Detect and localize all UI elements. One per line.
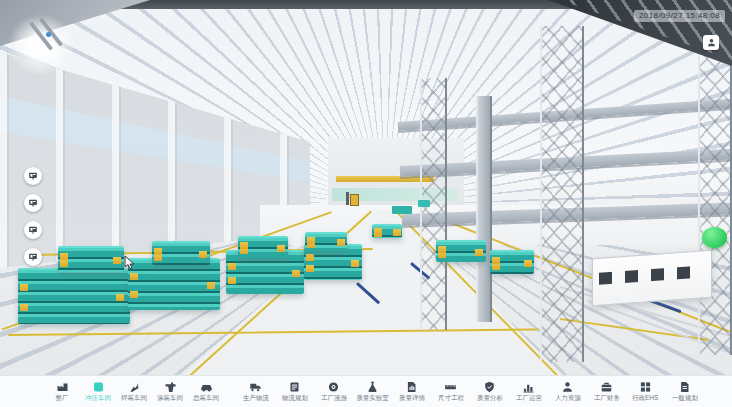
toolbar-item-chart[interactable]: 工厂运营	[509, 381, 548, 402]
clipboard-icon	[288, 381, 301, 393]
user-icon	[707, 38, 716, 47]
forklift-mast	[346, 192, 349, 205]
grid-icon	[639, 381, 652, 393]
die-stack	[128, 258, 220, 310]
scene-3d-view[interactable]	[0, 0, 732, 376]
toolbar-item-label: 涂装车间	[157, 394, 183, 401]
toolbar-item-label: 工厂运营	[516, 394, 542, 401]
toolbar-item-label: 人力资源	[555, 394, 581, 401]
toolbar-item-label: 冲压车间	[85, 394, 111, 401]
truck-icon	[249, 381, 262, 393]
flask-icon	[366, 381, 379, 393]
forklift	[350, 194, 359, 206]
factory-icon	[56, 381, 69, 393]
digital-twin-factory-app: 2018/09/27 15:48:08 整厂 冲压车间 焊装车间 涂装车间 总装…	[0, 0, 732, 407]
toolbar-item-label: 质量分析	[477, 394, 503, 401]
die-stack	[238, 236, 288, 258]
assembly-icon	[200, 381, 213, 393]
toolbar-item-label: 工厂财务	[594, 394, 620, 401]
toolbar-item-label: 质量详情	[399, 394, 425, 401]
toolbar-item-label: 一般规划	[672, 394, 698, 401]
welding-icon	[128, 381, 141, 393]
user-button[interactable]	[703, 35, 719, 50]
toolbar-item-document[interactable]: 一般规划	[665, 381, 704, 402]
toolbar-item-report[interactable]: 质量详情	[392, 381, 431, 402]
bottom-toolbar: 整厂 冲压车间 焊装车间 涂装车间 总装车间 生产物流 物流规划 工厂漫游 质量…	[0, 375, 732, 407]
steel-column	[540, 26, 584, 362]
toolbar-item-shield[interactable]: 质量分析	[470, 381, 509, 402]
people-icon	[561, 381, 574, 393]
camera-icon	[327, 381, 340, 393]
steel-column	[476, 96, 492, 322]
status-indicator-green	[702, 227, 727, 248]
far-machine	[392, 206, 412, 214]
toolbar-item-stamping[interactable]: 冲压车间	[80, 381, 116, 402]
stamping-icon	[92, 381, 105, 393]
toolbar-item-label: 物流规划	[282, 394, 308, 401]
toolbar-item-briefcase[interactable]: 工厂财务	[587, 381, 626, 402]
toolbar-item-label: 焊装车间	[121, 394, 147, 401]
die-stack	[305, 232, 347, 251]
die-stack	[372, 224, 402, 238]
steel-column	[698, 55, 732, 355]
painting-icon	[164, 381, 177, 393]
die-stack	[18, 268, 130, 324]
toolbar-item-label: 工厂漫游	[321, 394, 347, 401]
toolbar-item-label: 总装车间	[193, 394, 219, 401]
toolbar-item-label: 质量实验室	[356, 394, 388, 401]
far-machine	[418, 200, 430, 207]
monitor-icon	[28, 171, 38, 181]
mouse-cursor	[124, 255, 135, 270]
toolbar-item-label: 整厂	[56, 394, 69, 401]
wall-display-panel	[592, 250, 712, 306]
report-icon	[405, 381, 418, 393]
die-stack	[152, 241, 210, 265]
toolbar-item-flask[interactable]: 质量实验室	[353, 381, 392, 402]
side-monitor-button[interactable]	[24, 167, 42, 185]
beacon-dot	[46, 32, 51, 37]
document-icon	[678, 381, 691, 393]
toolbar-item-assembly[interactable]: 总装车间	[188, 381, 224, 402]
side-button-stack	[24, 167, 42, 266]
toolbar-item-ruler[interactable]: 尺寸工程	[431, 381, 470, 402]
workshop-nav-group: 整厂 冲压车间 焊装车间 涂装车间 总装车间	[44, 381, 224, 402]
side-monitor-button[interactable]	[24, 194, 42, 212]
toolbar-item-grid[interactable]: 行政EHS	[626, 381, 665, 402]
toolbar-item-label: 行政EHS	[632, 394, 658, 401]
monitor-icon	[28, 198, 38, 208]
toolbar-item-label: 生产物流	[243, 394, 269, 401]
briefcase-icon	[600, 381, 613, 393]
die-stack	[436, 240, 486, 262]
toolbar-item-label: 尺寸工程	[438, 394, 464, 401]
toolbar-item-truck[interactable]: 生产物流	[236, 381, 275, 402]
timestamp: 2018/09/27 15:48:08	[634, 10, 725, 22]
side-monitor-button[interactable]	[24, 221, 42, 239]
die-stack	[490, 250, 534, 274]
wall-display-cells	[599, 265, 703, 284]
side-monitor-button[interactable]	[24, 248, 42, 266]
toolbar-item-camera[interactable]: 工厂漫游	[314, 381, 353, 402]
monitor-icon	[28, 252, 38, 262]
chart-icon	[522, 381, 535, 393]
die-stack	[58, 246, 124, 272]
toolbar-item-clipboard[interactable]: 物流规划	[275, 381, 314, 402]
toolbar-item-factory[interactable]: 整厂	[44, 381, 80, 402]
module-group: 生产物流 物流规划 工厂漫游 质量实验室 质量详情 尺寸工程 质量分析 工厂运营…	[236, 381, 704, 402]
ruler-icon	[444, 381, 457, 393]
toolbar-item-painting[interactable]: 涂装车间	[152, 381, 188, 402]
shield-icon	[483, 381, 496, 393]
monitor-icon	[28, 225, 38, 235]
toolbar-item-people[interactable]: 人力资源	[548, 381, 587, 402]
toolbar-item-welding[interactable]: 焊装车间	[116, 381, 152, 402]
